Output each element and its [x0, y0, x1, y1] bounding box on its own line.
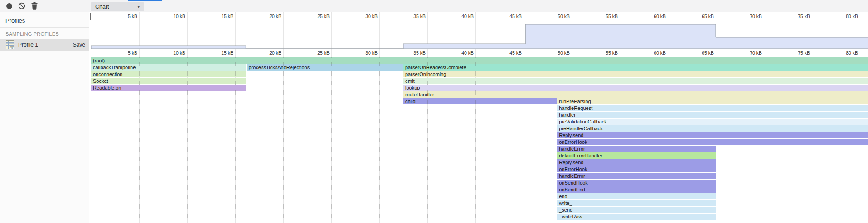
flame-frame-handleError[interactable]: handleError — [557, 173, 716, 179]
ruler-top-tick-label: 80 kB — [827, 14, 858, 19]
grid-line-dotted — [716, 57, 716, 220]
flame-frame-routeHandler[interactable]: routeHandler — [403, 91, 868, 98]
ruler-bottom-tick-label: 45 kB — [491, 50, 522, 56]
sidebar-item-profile-1[interactable]: % Profile 1 Save — [0, 39, 89, 51]
flame-frame-preValidationCallback[interactable]: preValidationCallback — [557, 119, 868, 125]
profiles-heading: Profiles — [5, 17, 25, 24]
ruler-bottom-tick-label: 80 kB — [827, 50, 858, 56]
grid-line-dotted — [812, 57, 812, 220]
chart-view-select-value: Chart — [95, 4, 109, 10]
ruler-top-tick-label: 50 kB — [539, 14, 570, 19]
flame-frame-write_[interactable]: write_ — [557, 200, 716, 206]
ruler-top-tick-label: 5 kB — [107, 14, 137, 19]
profile-name: Profile 1 — [18, 39, 38, 51]
grid-line-dotted — [524, 57, 524, 220]
ruler-bottom-tick-label: 20 kB — [251, 50, 281, 56]
flame-frame-Reply.send[interactable]: Reply.send — [557, 132, 868, 138]
chart-view-select[interactable]: Chart ▾ — [91, 2, 144, 11]
memory-profiler-panel: Chart ▾ Profiles SAMPLING PROFILES % Pro… — [0, 0, 868, 223]
ruler-bottom-tick-label: 40 kB — [443, 50, 474, 56]
flame-frame-onconnection[interactable]: onconnection — [91, 71, 246, 77]
ruler-bottom-tick-label: 35 kB — [395, 50, 426, 56]
ruler-bottom-tick-label: 15 kB — [203, 50, 233, 56]
ruler-bottom-tick-label: 65 kB — [683, 50, 714, 56]
flame-frame-Readable.on[interactable]: Readable.on — [91, 85, 246, 91]
grid-line-dotted — [235, 57, 236, 220]
toolbar-separator — [26, 2, 26, 10]
flame-frame-handleError[interactable]: handleError — [557, 146, 716, 152]
ruler-top-tick-label: 30 kB — [347, 14, 378, 19]
flame-frame-handleRequest[interactable]: handleRequest — [557, 105, 868, 111]
flame-frame-parserOnHeadersComplete[interactable]: parserOnHeadersComplete — [403, 64, 868, 71]
grid-line-dotted — [379, 57, 380, 220]
ruler-top-tick-label: 55 kB — [587, 14, 618, 19]
sampling-profiles-heading: SAMPLING PROFILES — [5, 31, 59, 37]
flame-frame-_send[interactable]: _send — [557, 207, 716, 213]
grid-line-dotted — [331, 57, 332, 220]
grid-line-dotted — [620, 57, 620, 220]
grid-line-dotted — [572, 57, 572, 220]
ruler-top-tick-label: 20 kB — [251, 14, 281, 19]
flame-frame-lookup[interactable]: lookup — [403, 85, 868, 91]
sidebar: Profiles SAMPLING PROFILES % Profile 1 S… — [0, 12, 89, 223]
ruler-top-tick-label: 65 kB — [683, 14, 714, 19]
flame-frame-end[interactable]: end — [557, 193, 716, 199]
flame-frame-defaultErrorHandler[interactable]: defaultErrorHandler — [557, 152, 716, 159]
record-profile-button[interactable] — [2, 0, 14, 12]
active-tab-indicator — [128, 0, 162, 1]
ruler-top-tick-label: 35 kB — [395, 14, 426, 19]
ruler-bottom-tick-label: 30 kB — [347, 50, 378, 56]
ruler-top-tick-label: 15 kB — [203, 14, 233, 19]
grid-line-dotted — [475, 57, 476, 220]
ruler-top-tick-label: 45 kB — [491, 14, 522, 19]
grid-line-dotted — [668, 57, 668, 220]
ruler-top-tick-label: 10 kB — [155, 14, 185, 19]
flame-frame-callbackTrampoline[interactable]: callbackTrampoline — [91, 64, 246, 71]
record-icon — [6, 3, 12, 9]
flame-frame-onErrorHook[interactable]: onErrorHook — [557, 139, 868, 145]
sidebar-divider — [0, 27, 89, 28]
ruler-bottom-tick-label: 60 kB — [635, 50, 666, 56]
flame-frame-emit[interactable]: emit — [403, 78, 868, 84]
grid-line-dotted — [139, 57, 140, 220]
ruler-bottom-tick-label: 10 kB — [155, 50, 185, 56]
grid-line-dotted — [860, 57, 860, 220]
flame-frame-onSendEnd[interactable]: onSendEnd — [557, 186, 716, 193]
flame-frame-preHandlerCallback[interactable]: preHandlerCallback — [557, 125, 868, 132]
ruler-top-tick-label: 75 kB — [779, 14, 810, 19]
trash-icon — [31, 2, 38, 10]
grid-line-dotted — [283, 57, 284, 220]
ruler-top-tick-label: 40 kB — [443, 14, 474, 19]
ruler-top-tick-label: 60 kB — [635, 14, 666, 19]
flame-frame-parserOnIncoming[interactable]: parserOnIncoming — [403, 71, 868, 77]
ruler-top-tick-label: 70 kB — [731, 14, 762, 19]
save-profile-link[interactable]: Save — [73, 39, 85, 51]
ruler-bottom-tick-label: 70 kB — [731, 50, 762, 56]
flame-frame-handler[interactable]: handler — [557, 112, 868, 118]
flame-frame-Reply.send[interactable]: Reply.send — [557, 159, 716, 166]
ruler-bottom-tick-label: 5 kB — [107, 50, 137, 56]
ruler-top-tick-label: 25 kB — [299, 14, 330, 19]
chevron-down-icon: ▾ — [137, 2, 140, 11]
flame-frame-runPreParsing[interactable]: runPreParsing — [557, 98, 868, 104]
grid-line-dotted — [187, 57, 188, 220]
flame-frame-_writeRaw[interactable]: _writeRaw — [557, 214, 716, 220]
ruler-bottom-tick-label: 25 kB — [299, 50, 330, 56]
flame-frame-Socket[interactable]: Socket — [91, 78, 246, 84]
clear-icon — [18, 2, 26, 10]
grid-line-dotted — [427, 57, 428, 220]
scrollbar-thumb[interactable] — [90, 13, 91, 20]
svg-text:%: % — [10, 46, 13, 49]
ruler-bottom-tick-label: 75 kB — [779, 50, 810, 56]
flame-frame-processTicksAndRejections[interactable]: processTicksAndRejections — [247, 64, 403, 71]
flame-frame-onSendHook[interactable]: onSendHook — [557, 180, 716, 186]
flame-frame-root[interactable]: (root) — [91, 57, 868, 64]
flame-frame-child[interactable]: child — [403, 98, 557, 104]
ruler-bottom-tick-label: 55 kB — [587, 50, 618, 56]
flame-chart-area: 5 kB5 kB10 kB10 kB15 kB15 kB20 kB20 kB25… — [90, 12, 868, 223]
flame-frame-onErrorHook[interactable]: onErrorHook — [557, 166, 716, 172]
delete-profile-button[interactable] — [29, 0, 40, 12]
toolbar: Chart ▾ — [0, 0, 868, 12]
ruler-bottom-tick-label: 50 kB — [539, 50, 570, 56]
overview-step-area — [91, 24, 868, 49]
